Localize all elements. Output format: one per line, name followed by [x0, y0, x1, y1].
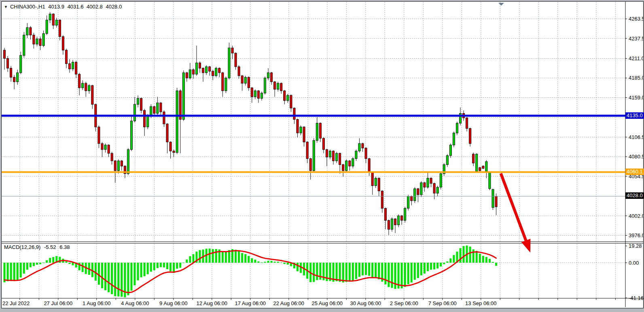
candle-bearish [381, 191, 383, 209]
macd-histogram-bar [284, 263, 286, 264]
candle-bullish [176, 91, 178, 153]
candle-bullish [225, 78, 227, 91]
macd-histogram-bar [375, 263, 377, 278]
time-axis-label: 25 Aug 06:00 [311, 300, 343, 306]
candle-bearish [192, 70, 194, 74]
macd-histogram-bar [69, 263, 71, 264]
macd-histogram-bar [166, 263, 168, 269]
candle-bearish [479, 168, 481, 171]
mt4-chart-screenshot: 4263.54237.54211.04185.04159.04106.54080… [0, 0, 644, 312]
candle-bearish [199, 63, 201, 68]
price-chart-canvas[interactable]: 4263.54237.54211.04185.04159.04106.54080… [2, 2, 643, 307]
macd-histogram-bar [134, 263, 136, 285]
macd-histogram-bar [414, 263, 416, 280]
candle-bullish [476, 154, 478, 171]
macd-histogram-bar [4, 263, 6, 282]
macd-histogram-bar [394, 263, 396, 289]
candle-bullish [440, 174, 442, 188]
candle-bearish [218, 68, 220, 73]
candle-bearish [433, 183, 435, 193]
macd-histogram-bar [430, 263, 432, 270]
macd-histogram-bar [163, 263, 165, 268]
trend-arrow-shaft[interactable] [501, 173, 526, 240]
macd-axis-label: 0.00 [629, 260, 639, 266]
macd-histogram-bar [485, 257, 487, 263]
macd-histogram-bar [345, 263, 347, 282]
macd-histogram-bar [463, 246, 465, 263]
price-axis-label: 4002.0 [629, 213, 643, 219]
macd-main-value: -5.52 [44, 244, 56, 250]
macd-signal-line [4, 251, 496, 293]
candle-bullish [215, 68, 217, 76]
candle-bullish [134, 104, 136, 121]
macd-histogram-bar [436, 263, 439, 268]
macd-histogram-bar [235, 250, 237, 263]
macd-histogram-bar [411, 263, 413, 282]
candle-bullish [329, 151, 331, 157]
scroll-to-end-icon[interactable] [498, 3, 504, 6]
symbol-dropdown-icon[interactable]: ▼ [4, 5, 8, 9]
candle-bearish [309, 158, 311, 171]
macd-histogram-bar [248, 256, 250, 263]
candle-bullish [345, 161, 347, 171]
candle-bullish [264, 78, 266, 93]
macd-histogram-bar [82, 263, 84, 272]
candle-bullish [36, 39, 38, 44]
candle-bullish [485, 162, 487, 171]
candle-bullish [82, 83, 84, 88]
candle-bearish [169, 142, 172, 151]
macd-histogram-bar [460, 248, 462, 263]
macd-histogram-bar [489, 259, 491, 263]
macd-histogram-bar [401, 263, 403, 288]
candle-bearish [466, 118, 468, 129]
candle-bearish [98, 127, 100, 143]
candle-bearish [111, 153, 113, 161]
macd-histogram-bar [17, 263, 19, 280]
candle-bearish [222, 73, 224, 91]
macd-histogram-bar [339, 263, 341, 282]
macd-histogram-bar [472, 249, 475, 263]
macd-histogram-bar [388, 263, 390, 287]
candle-bearish [85, 83, 87, 91]
time-axis-label: 12 Aug 06:00 [196, 300, 227, 306]
candle-bearish [417, 189, 419, 195]
macd-histogram-bar [349, 263, 351, 282]
candle-bullish [261, 93, 263, 98]
macd-axis-label: -41.16 [629, 295, 643, 301]
candle-bearish [430, 178, 432, 183]
candle-bearish [303, 127, 305, 142]
candle-bearish [114, 161, 116, 171]
time-axis-label: 30 Aug 06:00 [350, 300, 381, 306]
macd-histogram-bar [271, 261, 273, 263]
candle-bullish [453, 133, 455, 145]
candle-bearish [78, 74, 80, 88]
price-axis-label: 3976.0 [629, 232, 643, 238]
candle-bearish [33, 35, 35, 44]
macd-histogram-bar [449, 258, 451, 263]
candle-bearish [342, 164, 344, 171]
macd-histogram-bar [108, 263, 110, 292]
macd-histogram-bar [469, 247, 471, 263]
candle-bullish [404, 208, 406, 220]
macd-histogram-bar [355, 263, 357, 279]
macd-histogram-bar [476, 251, 478, 263]
candle-bullish [228, 48, 230, 78]
macd-histogram-bar [33, 263, 35, 266]
candle-bullish [492, 190, 494, 208]
time-axis-label: 22 Jul 2022 [2, 300, 30, 306]
candle-bearish [153, 107, 155, 114]
candle-bullish [157, 103, 159, 113]
time-axis-label: 4 Aug 06:00 [121, 300, 149, 306]
candle-bullish [182, 73, 184, 120]
candle-bullish [205, 67, 208, 73]
macd-histogram-bar [417, 263, 419, 278]
macd-histogram-bar [7, 263, 9, 281]
time-axis-label: 2 Sep 06:00 [390, 300, 418, 306]
candle-bullish [436, 187, 439, 193]
candle-bullish [127, 150, 129, 174]
macd-histogram-bar [117, 263, 119, 297]
candle-bearish [101, 143, 103, 150]
candle-bearish [322, 138, 324, 150]
macd-histogram-bar [404, 263, 406, 287]
trend-arrow-head[interactable] [521, 239, 531, 253]
